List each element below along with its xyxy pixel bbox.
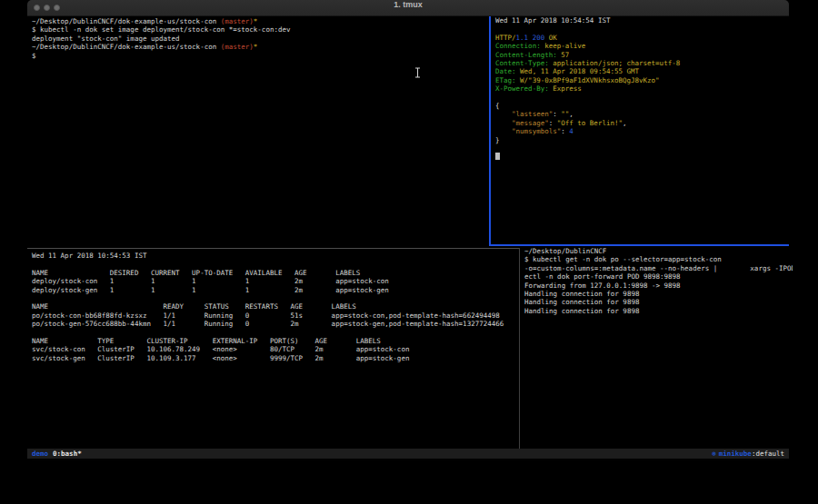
terminal-line (32, 260, 524, 268)
close-button[interactable] (34, 5, 40, 11)
terminal-line: NAME TYPE CLUSTER-IP EXTERNAL-IP PORT(S)… (32, 337, 524, 345)
mouse-ibeam-cursor (414, 64, 421, 75)
prompt-line: ~/Desktop/DublinCNCF/dok-example-us/stoc… (32, 43, 494, 51)
terminal-line: Wed 11 Apr 2018 10:54:53 IST (32, 252, 524, 260)
http-header: Content-Type: application/json; charset=… (495, 59, 793, 67)
window-title: 1. tmux (27, 0, 789, 9)
http-header: Content-Length: 57 (495, 51, 793, 59)
terminal-window: 1. tmux ~/Desktop/DublinCNCF/dok-example… (27, 0, 789, 461)
terminal-line (32, 329, 524, 337)
http-status-line: HTTP/1.1 200 OK (495, 34, 793, 42)
terminal-line: ectl -n dok port-forward POD 9898:9898 (524, 272, 793, 281)
pane-top-right[interactable]: Wed 11 Apr 2018 10:54:54 IST HTTP/1.1 20… (491, 16, 793, 244)
terminal-cursor-line (495, 153, 793, 161)
pane-border-horizontal-left[interactable] (27, 248, 519, 249)
minimize-button[interactable] (44, 5, 50, 11)
status-bar-right: ⊛minikube:default (712, 449, 789, 459)
json-brace: } (495, 136, 793, 144)
terminal-line: po/stock-gen-576cc688bb-44kmn 1/1 Runnin… (32, 320, 524, 328)
terminal-line: deploy/stock-gen 1 1 1 1 2m app=stock-ge… (32, 286, 524, 294)
http-header: Connection: keep-alive (495, 42, 793, 50)
status-bar-left: demo0:bash* (27, 449, 82, 459)
prompt-line: $ (32, 52, 494, 60)
session-name: demo (32, 450, 48, 458)
kubernetes-icon: ⊛ (712, 450, 716, 458)
terminal-line: $ kubectl get -n dok po --selector=app=s… (524, 255, 793, 263)
timestamp: Wed 11 Apr 2018 10:54:54 IST (495, 16, 793, 25)
pane-bottom-right[interactable]: ~/Desktop/DublinCNCF$ kubectl get -n dok… (521, 246, 793, 450)
http-header: ETag: W/"39-0xBPf9aF1dXVNkhsxoBQgJ8vKzo" (495, 76, 793, 84)
terminal-line: NAME DESIRED CURRENT UP-TO-DATE AVAILABL… (32, 269, 524, 277)
prompt-line: ~/Desktop/DublinCNCF/dok-example-us/stoc… (32, 17, 494, 25)
json-row: "numsymbols": 4 (495, 127, 793, 135)
terminal-line: po/stock-con-bb68f88fd-kzsxz 1/1 Running… (32, 311, 524, 320)
terminal-line: ~/Desktop/DublinCNCF (524, 247, 793, 255)
terminal-cursor (495, 153, 500, 160)
terminal-line: Handling connection for 9898 (524, 307, 793, 315)
command-line: $ kubectl -n dok set image deployment/st… (32, 25, 494, 34)
terminal-content: ~/Desktop/DublinCNCF/dok-example-us/stoc… (27, 16, 789, 449)
terminal-line: Handling connection for 9898 (524, 298, 793, 306)
terminal-line: Forwarding from 127.0.0.1:9898 -> 9898 (524, 282, 793, 290)
terminal-line: deploy/stock-con 1 1 1 1 2m app=stock-co… (32, 277, 524, 285)
traffic-lights (34, 5, 60, 11)
json-row: "message": "Off to Berlin!", (495, 119, 793, 127)
terminal-line: svc/stock-con ClusterIP 10.106.78.249 <n… (32, 345, 524, 353)
json-brace: { (495, 102, 793, 110)
terminal-line: -o=custom-columns=:metadata.name --no-he… (524, 264, 793, 272)
window-item-bash[interactable]: 0:bash* (53, 450, 82, 458)
http-header: X-Powered-By: Express (495, 84, 793, 93)
pane-top-left[interactable]: ~/Desktop/DublinCNCF/dok-example-us/stoc… (27, 16, 494, 245)
kube-context: minikube (719, 450, 752, 458)
title-bar[interactable]: 1. tmux (27, 0, 789, 16)
json-row: "lastseen": "", (495, 110, 793, 118)
terminal-line (32, 294, 524, 302)
terminal-line: Handling connection for 9898 (524, 290, 793, 298)
zoom-button[interactable] (54, 5, 60, 11)
kube-namespace: :default (752, 450, 784, 458)
pane-bottom-left[interactable]: Wed 11 Apr 2018 10:54:53 IST NAME DESIRE… (27, 250, 524, 450)
command-output: deployment "stock-con" image updated (32, 35, 494, 43)
http-header: Date: Wed, 11 Apr 2018 09:54:55 GMT (495, 67, 793, 75)
tmux-status-bar: demo0:bash* ⊛minikube:default (27, 449, 789, 459)
terminal-line: NAME READY STATUS RESTARTS AGE LABELS (32, 302, 524, 311)
terminal-line: svc/stock-gen ClusterIP 10.109.3.177 <no… (32, 354, 524, 362)
